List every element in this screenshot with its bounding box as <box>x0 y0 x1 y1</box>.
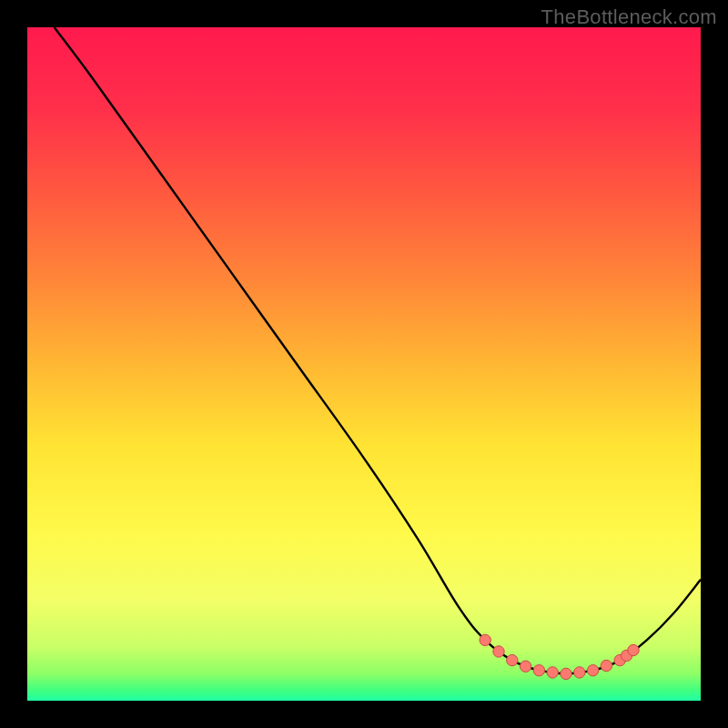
watermark-text: TheBottleneck.com <box>541 5 717 29</box>
optimum-point <box>561 668 571 679</box>
plot-area <box>27 27 701 701</box>
optimum-point <box>533 665 544 676</box>
optimum-point <box>547 667 558 678</box>
optimum-point <box>507 654 518 665</box>
optimum-point <box>480 634 490 645</box>
chart-frame: TheBottleneck.com <box>0 0 728 728</box>
optimum-point <box>520 661 531 672</box>
optimum-point <box>587 665 598 676</box>
bottleneck-curve-chart <box>27 27 701 701</box>
optimum-point <box>574 667 585 678</box>
optimum-point <box>601 660 612 671</box>
optimum-point <box>628 644 639 655</box>
optimum-point <box>493 646 504 657</box>
